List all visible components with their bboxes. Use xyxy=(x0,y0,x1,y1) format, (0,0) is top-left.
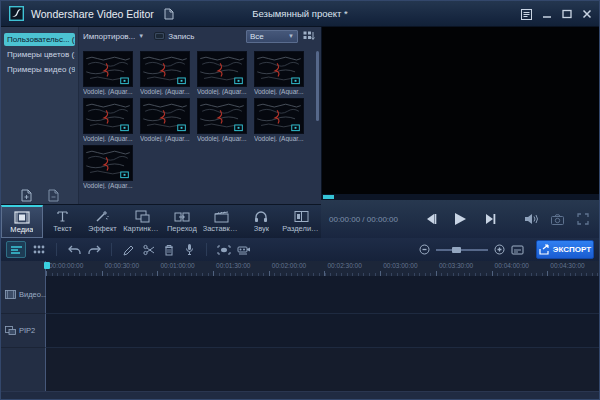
record-button[interactable]: Запись xyxy=(154,32,194,41)
media-item[interactable]: Vodolej. (Aquar... xyxy=(140,98,190,142)
tab-text[interactable]: Текст xyxy=(43,205,83,238)
filter-value: Все xyxy=(250,32,264,41)
left-column: Пользовательс... (13 Примеры цветов (13)… xyxy=(1,27,321,238)
video-thumbnail xyxy=(83,145,133,181)
zoom-slider-handle[interactable] xyxy=(452,247,461,253)
tab-intro-credit[interactable]: Заставки и ... xyxy=(202,205,242,238)
tab-transition[interactable]: Переход xyxy=(162,205,202,238)
transition-icon xyxy=(174,211,190,223)
export-label: ЭКСПОРТ xyxy=(553,245,591,254)
split-scissors-icon[interactable] xyxy=(139,241,159,258)
delete-album-icon[interactable] xyxy=(48,189,59,202)
split-screen-icon xyxy=(294,210,309,223)
tab-label: Текст xyxy=(53,224,72,233)
filter-select[interactable]: Все ▼ xyxy=(246,30,298,43)
zoom-out-icon[interactable] xyxy=(419,244,430,255)
next-frame-button[interactable] xyxy=(483,213,496,225)
play-button[interactable] xyxy=(453,212,467,226)
tab-sound[interactable]: Звук xyxy=(242,205,282,238)
zoom-in-icon[interactable] xyxy=(494,244,505,255)
tab-split-screen[interactable]: Разделить ... xyxy=(281,205,321,238)
tab-pip[interactable]: Картинка-в... xyxy=(122,205,162,238)
ruler-header-spacer xyxy=(1,261,46,276)
undo-icon[interactable] xyxy=(64,241,84,258)
tab-label: Звук xyxy=(254,224,269,233)
media-item[interactable]: Vodolej. (Aquar... xyxy=(83,51,133,95)
headphones-icon xyxy=(254,210,268,223)
media-item[interactable]: Vodolej. (Aquar... xyxy=(140,51,190,95)
window-menu-icon[interactable] xyxy=(520,8,533,21)
voiceover-mic-icon[interactable] xyxy=(179,241,199,258)
pip-track-header[interactable]: PIP2 xyxy=(1,314,46,348)
view-options-icon[interactable] xyxy=(303,31,315,42)
ruler-label: 00:01:00:00 xyxy=(160,262,194,269)
video-thumbnail xyxy=(254,98,304,134)
ruler-label: 00:04:00:00 xyxy=(495,262,529,269)
timeline-toolbar: ЭКСПОРТ xyxy=(1,238,599,261)
track-row-video: Видео... xyxy=(1,276,599,314)
media-browser: Пользовательс... (13 Примеры цветов (13)… xyxy=(1,27,321,204)
video-track-header[interactable]: Видео... xyxy=(1,276,46,314)
ruler-labels[interactable]: 00:00:00:0000:00:30:0000:01:00:0000:01:3… xyxy=(46,261,599,276)
media-item-label: Vodolej. (Aquar... xyxy=(140,88,190,95)
media-item[interactable]: Vodolej. (Aquar... xyxy=(254,51,304,95)
clapperboard-icon xyxy=(214,210,229,223)
sidebar-item-sample-colors[interactable]: Примеры цветов (13) xyxy=(4,48,75,61)
volume-icon[interactable] xyxy=(524,213,538,225)
ruler-label: 00:02:30:00 xyxy=(328,262,362,269)
tab-label: Медиа xyxy=(10,225,33,234)
app-title: Wondershare Video Editor xyxy=(31,8,154,20)
scene-detect-icon[interactable] xyxy=(214,241,234,258)
video-thumbnail xyxy=(140,98,190,134)
media-scrollbar[interactable] xyxy=(316,51,319,121)
media-item[interactable]: Vodolej. (Aquar... xyxy=(83,145,133,189)
media-grid: Vodolej. (Aquar... Vodolej. (Aquar... xyxy=(83,51,313,204)
preview-timecode: 00:00:00 / 00:00:00 xyxy=(329,215,398,224)
close-icon[interactable] xyxy=(580,8,593,21)
ruler-label: 00:01:30:00 xyxy=(216,262,250,269)
toolbar-separator xyxy=(56,243,57,256)
album-sidebar: Пользовательс... (13 Примеры цветов (13)… xyxy=(1,27,79,204)
new-album-icon[interactable] xyxy=(21,189,32,202)
import-button[interactable]: Импортиров... ▼ xyxy=(83,32,144,41)
ruler-label: 00:00:00:00 xyxy=(49,262,83,269)
timeline-scrollbar-area[interactable] xyxy=(1,391,599,400)
media-item[interactable]: Vodolej. (Aquar... xyxy=(197,98,247,142)
maximize-icon[interactable] xyxy=(560,8,573,21)
preview-video-area xyxy=(321,27,599,194)
snapshot-icon[interactable] xyxy=(551,214,564,225)
media-item-label: Vodolej. (Aquar... xyxy=(83,182,133,189)
storyboard-view-button[interactable] xyxy=(29,241,49,258)
media-item-label: Vodolej. (Aquar... xyxy=(254,88,304,95)
track-row-empty xyxy=(1,348,599,391)
minimize-icon[interactable] xyxy=(540,8,553,21)
export-button[interactable]: ЭКСПОРТ xyxy=(536,240,594,259)
previous-frame-button[interactable] xyxy=(424,213,437,225)
timeline-zoom-slider[interactable] xyxy=(436,249,488,251)
preview-tools xyxy=(524,213,589,225)
sidebar-item-user-album[interactable]: Пользовательс... (13 xyxy=(4,33,75,46)
timeline-ruler[interactable]: 00:00:00:0000:00:30:0000:01:00:0000:01:3… xyxy=(1,261,599,276)
edit-icon[interactable] xyxy=(119,241,139,258)
timeline-view-button[interactable] xyxy=(6,241,26,258)
video-thumbnail xyxy=(197,51,247,87)
media-item[interactable]: Vodolej. (Aquar... xyxy=(254,98,304,142)
media-icon xyxy=(14,211,30,224)
playhead[interactable] xyxy=(44,262,50,269)
video-track-body[interactable] xyxy=(46,276,599,314)
fit-timeline-icon[interactable] xyxy=(511,245,524,255)
document-icon xyxy=(164,8,174,20)
media-item[interactable]: Vodolej. (Aquar... xyxy=(83,98,133,142)
delete-icon[interactable] xyxy=(159,241,179,258)
redo-icon[interactable] xyxy=(84,241,104,258)
tab-media[interactable]: Медиа xyxy=(1,205,43,238)
playback-buttons xyxy=(424,212,496,226)
fullscreen-icon[interactable] xyxy=(577,213,589,225)
tab-effect[interactable]: Эффект xyxy=(83,205,123,238)
film-roll-icon[interactable] xyxy=(234,241,254,258)
media-item[interactable]: Vodolej. (Aquar... xyxy=(197,51,247,95)
pip-track-body[interactable] xyxy=(46,314,599,348)
sidebar-item-sample-videos[interactable]: Примеры видео (9) xyxy=(4,63,75,76)
tab-label: Эффект xyxy=(88,224,117,233)
zoom-controls: ЭКСПОРТ xyxy=(419,240,594,259)
